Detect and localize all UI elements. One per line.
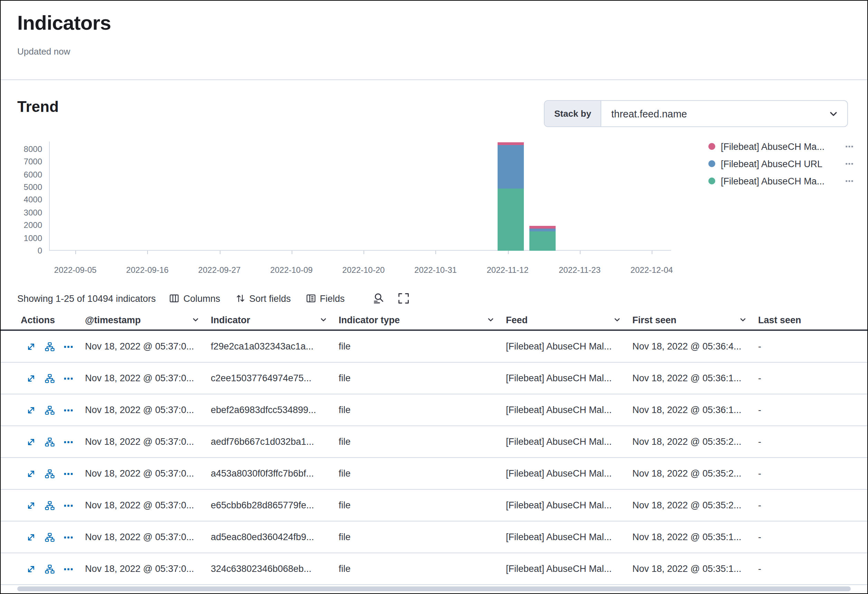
first-seen-cell: Nov 18, 2022 @ 05:35:1... (627, 522, 753, 553)
legend-item[interactable]: [Filebeat] AbuseCH URL (709, 157, 853, 171)
legend-more-icon (845, 177, 853, 185)
chevron-down-icon[interactable] (739, 315, 747, 324)
column-header-label: Indicator type (339, 315, 400, 325)
column-header-first-seen[interactable]: First seen (627, 310, 753, 329)
investigate-in-timeline-button[interactable] (45, 405, 55, 415)
column-header-timestamp[interactable]: @timestamp (80, 310, 205, 329)
indicators-page: Indicators Updated now Trend Stack by th… (0, 0, 868, 594)
legend-more-button[interactable] (845, 142, 853, 150)
legend-item[interactable]: [Filebeat] AbuseCH Ma... (709, 174, 853, 188)
first-seen-cell: Nov 18, 2022 @ 05:36:1... (627, 394, 753, 426)
timestamp-cell: Nov 18, 2022 @ 05:37:0... (80, 553, 205, 584)
chevron-down-icon[interactable] (192, 315, 200, 324)
legend-item[interactable]: [Filebeat] AbuseCH Ma... (709, 140, 853, 153)
more-actions-button[interactable] (63, 532, 73, 542)
more-actions-icon (63, 405, 73, 415)
chevron-down-icon[interactable] (487, 315, 495, 324)
x-axis-tick (580, 251, 580, 254)
table-body: Nov 18, 2022 @ 05:37:0...f29e2ca1a032343… (1, 331, 867, 585)
indicator-cell: ad5eac80ed360424fb9... (205, 522, 333, 553)
fullscreen-button[interactable] (397, 292, 409, 305)
indicator-cell: c2ee15037764974e75... (205, 363, 333, 394)
more-actions-button[interactable] (63, 564, 73, 573)
y-axis-label: 7000 (1, 158, 42, 166)
bar-segment[interactable] (497, 142, 524, 145)
stack-by-label: Stack by (545, 101, 602, 127)
bar-segment[interactable] (530, 232, 556, 251)
last-seen-cell: - (753, 331, 867, 362)
first-seen-cell: Nov 18, 2022 @ 05:36:1... (627, 363, 753, 394)
more-actions-icon (63, 342, 73, 351)
chart-legend: [Filebeat] AbuseCH Ma...[Filebeat] Abuse… (709, 140, 853, 191)
legend-more-button[interactable] (845, 159, 853, 168)
indicator-type-cell: file (333, 331, 500, 362)
investigate-in-timeline-button[interactable] (45, 532, 55, 542)
more-actions-button[interactable] (63, 437, 73, 447)
investigate-in-timeline-button[interactable] (45, 564, 55, 573)
y-axis-label: 6000 (1, 170, 42, 178)
bar-segment[interactable] (530, 228, 556, 232)
more-actions-icon (63, 469, 73, 478)
more-actions-icon (63, 564, 73, 573)
investigate-in-timeline-button[interactable] (45, 373, 55, 383)
more-actions-button[interactable] (63, 342, 73, 351)
more-actions-button[interactable] (63, 405, 73, 415)
inspect-button[interactable] (372, 292, 385, 305)
investigate-in-timeline-button[interactable] (45, 342, 55, 351)
column-header-feed[interactable]: Feed (500, 310, 627, 329)
timestamp-cell: Nov 18, 2022 @ 05:37:0... (80, 394, 205, 426)
open-details-button[interactable] (26, 564, 36, 573)
more-actions-button[interactable] (63, 373, 73, 383)
legend-more-button[interactable] (845, 177, 853, 185)
columns-button[interactable]: Columns (170, 293, 220, 304)
y-axis-label: 5000 (1, 183, 42, 191)
bar-segment[interactable] (497, 189, 524, 251)
more-actions-icon (63, 500, 73, 510)
timeline-sitemap-icon (45, 342, 55, 351)
investigate-in-timeline-button[interactable] (45, 437, 55, 447)
bar-segment[interactable] (497, 145, 524, 188)
feed-cell: [Filebeat] AbuseCH Mal... (500, 522, 627, 553)
x-axis-label: 2022-10-09 (257, 265, 326, 275)
bar-segment[interactable] (530, 226, 556, 228)
column-header-label: First seen (632, 315, 676, 325)
sort-fields-button[interactable]: Sort fields (235, 293, 291, 304)
more-actions-button[interactable] (63, 500, 73, 510)
open-details-button[interactable] (26, 500, 36, 510)
open-details-button[interactable] (26, 437, 36, 447)
last-seen-cell: - (753, 522, 867, 553)
stack-by-select[interactable]: Stack by threat.feed.name (544, 100, 848, 127)
indicator-cell: a453a8030f0f3ffc7b6bf... (205, 458, 333, 489)
open-details-button[interactable] (26, 342, 36, 351)
row-actions (1, 394, 80, 426)
chevron-down-icon[interactable] (613, 315, 621, 324)
investigate-in-timeline-button[interactable] (45, 469, 55, 478)
column-header-indicator-type[interactable]: Indicator type (333, 310, 500, 329)
table-row: Nov 18, 2022 @ 05:37:0...e65cbb6b28d8657… (1, 490, 867, 522)
chevron-down-icon[interactable] (319, 315, 328, 324)
open-details-button[interactable] (26, 469, 36, 478)
open-details-button[interactable] (26, 532, 36, 542)
indicator-type-cell: file (333, 490, 500, 521)
open-details-button[interactable] (26, 373, 36, 383)
first-seen-cell: Nov 18, 2022 @ 05:35:2... (627, 426, 753, 457)
chevron-down-icon (828, 108, 839, 119)
more-actions-button[interactable] (63, 469, 73, 478)
legend-label: [Filebeat] AbuseCH Ma... (721, 176, 845, 186)
y-axis-label: 8000 (1, 145, 42, 153)
open-details-button[interactable] (26, 405, 36, 415)
timeline-sitemap-icon (45, 469, 55, 478)
column-header-indicator[interactable]: Indicator (205, 310, 333, 329)
more-actions-icon (63, 532, 73, 542)
timeline-sitemap-icon (45, 500, 55, 510)
investigate-in-timeline-button[interactable] (45, 500, 55, 510)
x-axis-tick (508, 251, 508, 254)
last-seen-cell: - (753, 363, 867, 394)
horizontal-scrollbar[interactable] (17, 587, 851, 591)
fields-button[interactable]: Fields (306, 293, 344, 304)
x-axis-label: 2022-10-20 (329, 265, 398, 275)
column-header-last-seen: Last seen (753, 310, 867, 329)
y-axis-label: 0 (1, 246, 42, 255)
x-axis-tick (219, 251, 220, 254)
legend-more-icon (845, 159, 853, 168)
